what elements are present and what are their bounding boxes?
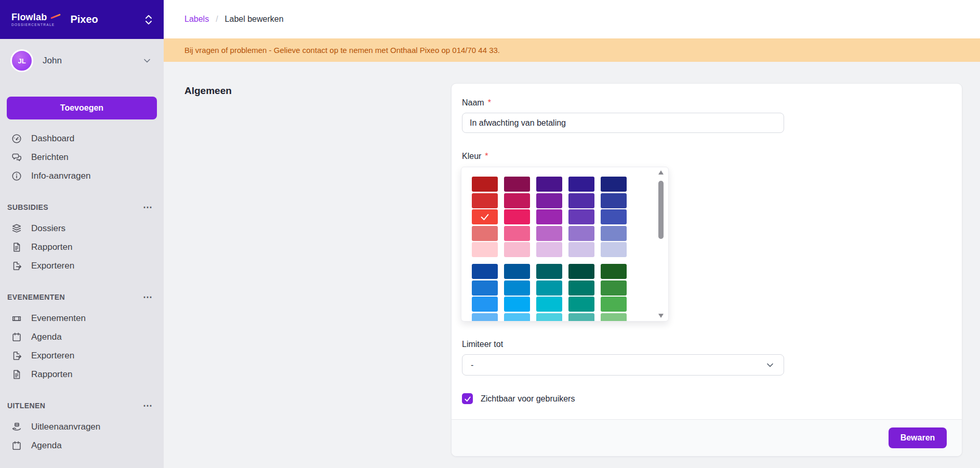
chevron-down-icon — [765, 360, 775, 370]
color-swatch[interactable] — [568, 242, 594, 257]
color-swatch[interactable] — [504, 226, 530, 241]
color-swatch[interactable] — [472, 242, 498, 257]
flowlab-logo: Flowlab DOSSIERCENTRALE — [11, 12, 55, 27]
ellipsis-icon[interactable]: ⋯ — [143, 403, 153, 408]
color-swatch[interactable] — [536, 264, 562, 279]
sidebar-item-label: Exporteren — [31, 261, 74, 271]
color-swatch[interactable] — [601, 297, 627, 312]
color-swatch[interactable] — [504, 242, 530, 257]
color-swatch[interactable] — [601, 177, 627, 192]
visibility-row: Zichtbaar voor gebruikers — [462, 393, 575, 404]
color-swatch[interactable] — [601, 226, 627, 241]
content: Algemeen Naam* Kleur* — [164, 62, 980, 468]
sidebar-nav: DashboardBerichtenInfo-aanvragenSUBSIDIE… — [0, 129, 164, 455]
user-menu[interactable]: JL John — [0, 39, 164, 83]
limit-select[interactable]: - — [462, 354, 784, 376]
sidebar-item-rapporten[interactable]: Rapporten — [0, 238, 164, 257]
color-swatch[interactable] — [504, 313, 530, 322]
color-swatch[interactable] — [536, 226, 562, 241]
breadcrumb-link-labels[interactable]: Labels — [184, 15, 209, 24]
breadcrumb-current: Label bewerken — [225, 15, 284, 24]
color-swatch[interactable] — [568, 226, 594, 241]
ellipsis-icon[interactable]: ⋯ — [143, 205, 153, 210]
sidebar-item-label: Uitleenaanvragen — [31, 422, 100, 432]
color-swatch[interactable] — [536, 280, 562, 296]
sidebar-item-uitleenaanvragen[interactable]: Uitleenaanvragen — [0, 418, 164, 436]
workspace-switcher-chevrons-icon[interactable] — [143, 13, 154, 26]
sidebar-group-heading-evenementen: EVENEMENTEN⋯ — [0, 293, 164, 301]
sidebar-item-agenda[interactable]: Agenda — [0, 436, 164, 455]
avatar: JL — [10, 49, 33, 72]
color-swatch[interactable] — [568, 209, 594, 224]
color-swatch[interactable] — [601, 264, 627, 279]
name-input[interactable] — [462, 113, 784, 133]
sidebar-item-label: Info-aanvragen — [31, 171, 90, 181]
scroll-up-icon[interactable] — [658, 170, 664, 175]
swatch-group-0 — [472, 177, 627, 257]
color-swatch[interactable] — [504, 177, 530, 192]
color-swatch[interactable] — [472, 264, 498, 279]
dashboard-icon — [11, 133, 22, 144]
swatch-row — [472, 280, 627, 296]
form-body: Naam* Kleur* Limiteer tot - — [452, 84, 962, 420]
color-swatch[interactable] — [472, 226, 498, 241]
color-swatch[interactable] — [568, 264, 594, 279]
sidebar-item-info-aanvragen[interactable]: Info-aanvragen — [0, 167, 164, 185]
color-swatch[interactable] — [601, 313, 627, 322]
ticket-icon — [11, 313, 22, 324]
color-swatch[interactable] — [601, 193, 627, 208]
calendar-icon — [11, 331, 22, 343]
group-heading-label: EVENEMENTEN — [7, 293, 65, 301]
color-swatch[interactable] — [504, 297, 530, 312]
color-swatch[interactable] — [504, 280, 530, 296]
document-icon — [11, 369, 22, 380]
color-swatch[interactable] — [504, 264, 530, 279]
notice-banner: Bij vragen of problemen - Gelieve contac… — [164, 38, 980, 62]
sidebar-item-agenda[interactable]: Agenda — [0, 328, 164, 346]
ellipsis-icon[interactable]: ⋯ — [143, 295, 153, 300]
sidebar-item-exporteren[interactable]: Exporteren — [0, 257, 164, 275]
color-swatch[interactable] — [472, 297, 498, 312]
swatch-row — [472, 193, 627, 208]
color-swatch[interactable] — [568, 297, 594, 312]
color-swatch[interactable] — [601, 209, 627, 224]
sidebar-item-dossiers[interactable]: Dossiers — [0, 219, 164, 238]
color-swatch[interactable] — [472, 313, 498, 322]
color-field-label: Kleur* — [462, 152, 488, 161]
color-swatch[interactable] — [472, 280, 498, 296]
sidebar-item-label: Evenementen — [31, 313, 86, 324]
scrollbar-thumb[interactable] — [658, 181, 664, 239]
sidebar-item-berichten[interactable]: Berichten — [0, 148, 164, 167]
add-button[interactable]: Toevoegen — [7, 97, 157, 119]
color-swatch[interactable] — [568, 177, 594, 192]
color-swatch[interactable] — [472, 177, 498, 192]
swatch-row — [472, 297, 627, 312]
save-button[interactable]: Bewaren — [889, 427, 947, 448]
color-swatch[interactable] — [568, 280, 594, 296]
color-swatch[interactable] — [601, 242, 627, 257]
color-swatch[interactable] — [536, 297, 562, 312]
color-swatch[interactable] — [536, 209, 562, 224]
label-form-card: Naam* Kleur* Limiteer tot - — [451, 83, 962, 457]
color-swatch[interactable] — [536, 242, 562, 257]
color-swatch[interactable] — [504, 209, 530, 224]
color-swatch[interactable] — [568, 313, 594, 322]
selected-color-swatch[interactable] — [472, 209, 498, 224]
color-swatch[interactable] — [536, 177, 562, 192]
color-swatch[interactable] — [536, 193, 562, 208]
sidebar-item-exporteren[interactable]: Exporteren — [0, 346, 164, 365]
color-swatch[interactable] — [601, 280, 627, 296]
color-swatch[interactable] — [536, 313, 562, 322]
scroll-down-icon[interactable] — [658, 314, 664, 318]
sidebar-item-evenementen[interactable]: Evenementen — [0, 309, 164, 328]
required-marker: * — [488, 98, 491, 107]
sidebar-item-rapporten[interactable]: Rapporten — [0, 365, 164, 384]
visibility-checkbox[interactable] — [462, 393, 473, 404]
color-swatch[interactable] — [504, 193, 530, 208]
color-swatch[interactable] — [472, 193, 498, 208]
sidebar-item-label: Exporteren — [31, 351, 74, 361]
color-swatch[interactable] — [568, 193, 594, 208]
chat-bubbles-icon — [11, 152, 22, 163]
swatch-row — [472, 264, 627, 279]
sidebar-item-dashboard[interactable]: Dashboard — [0, 129, 164, 148]
